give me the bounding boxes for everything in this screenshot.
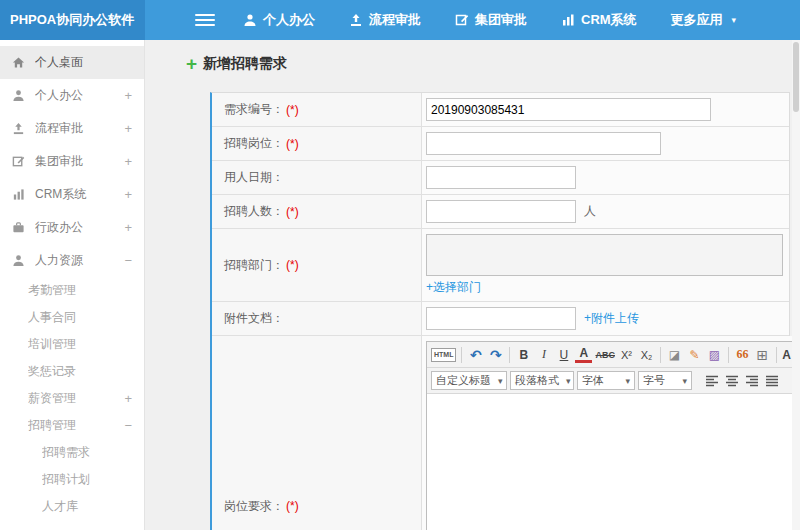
page-title: 新增招聘需求: [203, 55, 287, 73]
home-icon: [12, 56, 27, 69]
subscript-button[interactable]: X₂: [638, 345, 655, 364]
chevron-down-icon: ▾: [625, 376, 630, 386]
format-painter-icon[interactable]: ✎: [686, 345, 703, 364]
fill-color-icon[interactable]: ▨: [706, 345, 723, 364]
form-row-recruit-count: 招聘人数：(*) 人: [212, 195, 789, 229]
nav-more-apps[interactable]: 更多应用 ▾: [671, 11, 737, 29]
sidebar-item-crm-system[interactable]: CRM系统 +: [0, 178, 144, 211]
align-center-icon[interactable]: [723, 371, 740, 390]
form-row-recruit-position: 招聘岗位：(*): [212, 127, 789, 161]
sidebar-item-hr-contract[interactable]: 人事合同: [0, 304, 144, 331]
toolbar-separator: [509, 347, 510, 363]
sidebar-item-label: 招聘计划: [42, 471, 132, 488]
dropdown-label: 自定义标题: [436, 373, 491, 388]
align-left-icon[interactable]: [703, 371, 720, 390]
nav-label: 更多应用: [671, 11, 723, 29]
redo-icon[interactable]: ↷: [487, 345, 504, 364]
sidebar-item-salary-mgmt[interactable]: 薪资管理 +: [0, 385, 144, 412]
attachment-upload-link[interactable]: +附件上传: [584, 310, 639, 327]
nav-group-approval[interactable]: 集团审批: [455, 11, 527, 29]
editor-content-area[interactable]: [427, 394, 800, 530]
user-icon: [12, 254, 27, 267]
expand-toggle[interactable]: +: [124, 220, 132, 235]
sidebar-item-recruit-request[interactable]: 招聘需求: [0, 439, 144, 466]
sidebar-item-group-approval[interactable]: 集团审批 +: [0, 145, 144, 178]
nav-process-approval[interactable]: 流程审批: [349, 11, 421, 29]
required-mark: (*): [286, 137, 299, 151]
scrollbar[interactable]: [792, 40, 800, 530]
sidebar-item-reward-punishment[interactable]: 奖惩记录: [0, 358, 144, 385]
field-label: 附件文档：: [212, 302, 422, 335]
person-icon: [12, 89, 27, 102]
html-source-button[interactable]: HTML: [431, 348, 456, 362]
hire-date-input[interactable]: [426, 166, 576, 189]
dropdown-label: 段落格式: [515, 373, 559, 388]
sidebar-item-label: 人才库: [42, 498, 132, 515]
align-justify-icon[interactable]: [763, 371, 780, 390]
menu-toggle-icon[interactable]: [195, 14, 215, 26]
label-text: 需求编号：: [224, 101, 284, 118]
underline-button[interactable]: U: [555, 345, 572, 364]
scrollbar-thumb[interactable]: [793, 42, 799, 112]
attachment-input[interactable]: [426, 307, 576, 330]
recruit-department-textarea[interactable]: [426, 234, 783, 276]
field-label: 招聘人数：(*): [212, 195, 422, 228]
sidebar-item-personal-office[interactable]: 个人办公 +: [0, 79, 144, 112]
expand-toggle[interactable]: +: [124, 154, 132, 169]
sidebar-item-process-approval[interactable]: 流程审批 +: [0, 112, 144, 145]
undo-icon[interactable]: ↶: [467, 345, 484, 364]
collapse-toggle[interactable]: −: [124, 418, 132, 433]
field-value: [422, 93, 789, 126]
sidebar-item-recruit-mgmt[interactable]: 招聘管理 −: [0, 412, 144, 439]
sidebar-item-label: 集团审批: [35, 153, 124, 170]
field-label: 招聘岗位：(*): [212, 127, 422, 160]
editor-toolbar-row2: 自定义标题▾ 段落格式▾ 字体▾ 字号▾: [427, 368, 800, 394]
eraser-icon[interactable]: ◪: [666, 345, 683, 364]
sidebar-item-attendance-mgmt[interactable]: 考勤管理: [0, 277, 144, 304]
page-title-row: + 新增招聘需求: [186, 54, 800, 74]
form-row-position-requirements: 岗位要求：(*) HTML ↶ ↷ B I U A: [212, 336, 789, 530]
sidebar-item-label: 个人办公: [35, 87, 124, 104]
label-text: 招聘部门：: [224, 257, 284, 274]
superscript-button[interactable]: X²: [618, 345, 635, 364]
strikethrough-button[interactable]: ABC: [595, 345, 615, 364]
expand-toggle[interactable]: +: [124, 391, 132, 406]
form-row-recruit-department: 招聘部门：(*) +选择部门: [212, 229, 789, 302]
recruit-position-input[interactable]: [426, 132, 661, 155]
sidebar-item-recruit-plan[interactable]: 招聘计划: [0, 466, 144, 493]
sidebar-item-human-resources[interactable]: 人力资源 −: [0, 244, 144, 277]
nav-crm-system[interactable]: CRM系统: [561, 11, 637, 29]
expand-toggle[interactable]: +: [124, 88, 132, 103]
paragraph-format-dropdown[interactable]: 段落格式▾: [510, 371, 574, 390]
sidebar-item-label: 奖惩记录: [28, 363, 132, 380]
font-size-dropdown[interactable]: 字号▾: [638, 371, 692, 390]
insert-table-icon[interactable]: ⊞: [754, 345, 771, 364]
font-color-letter: A: [782, 348, 791, 362]
required-mark: (*): [286, 103, 299, 117]
font-family-dropdown[interactable]: 字体▾: [577, 371, 635, 390]
select-department-link[interactable]: +选择部门: [426, 279, 481, 296]
blockquote-button[interactable]: 66: [734, 345, 751, 364]
custom-title-dropdown[interactable]: 自定义标题▾: [431, 371, 507, 390]
field-value: [422, 161, 789, 194]
italic-button[interactable]: I: [535, 345, 552, 364]
label-text: 岗位要求：: [224, 498, 284, 515]
nav-personal-office[interactable]: 个人办公: [243, 11, 315, 29]
sidebar-item-talent-pool[interactable]: 人才库: [0, 493, 144, 520]
toolbar-separator: [728, 347, 729, 363]
required-mark: (*): [286, 499, 299, 513]
sidebar-item-personal-desktop[interactable]: 个人桌面: [0, 46, 144, 79]
dropdown-label: 字号: [643, 373, 665, 388]
collapse-toggle[interactable]: −: [124, 253, 132, 268]
recruit-count-input[interactable]: [426, 200, 576, 223]
nav-label: 个人办公: [263, 11, 315, 29]
request-number-input[interactable]: [426, 98, 711, 121]
bold-button[interactable]: B: [515, 345, 532, 364]
sidebar-item-training-mgmt[interactable]: 培训管理: [0, 331, 144, 358]
sidebar-item-admin-office[interactable]: 行政办公 +: [0, 211, 144, 244]
align-right-icon[interactable]: [743, 371, 760, 390]
sidebar-item-label: 人事合同: [28, 309, 132, 326]
highlight-color-button[interactable]: A: [575, 347, 592, 363]
expand-toggle[interactable]: +: [124, 187, 132, 202]
expand-toggle[interactable]: +: [124, 121, 132, 136]
